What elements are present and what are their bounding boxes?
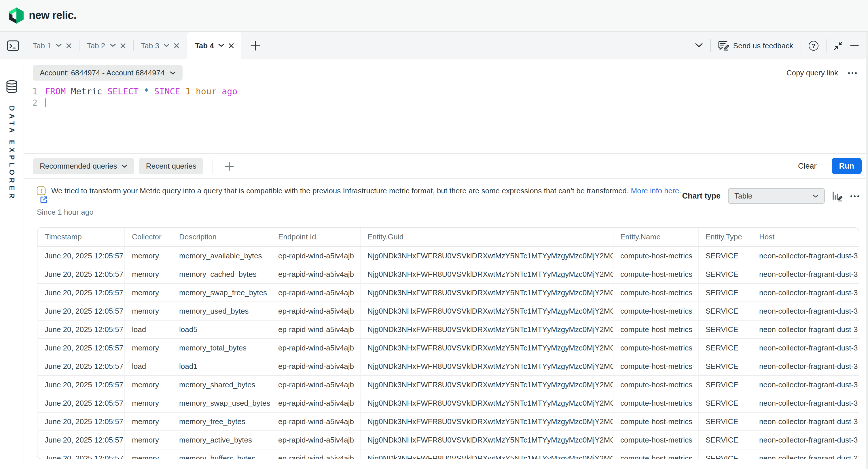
account-selector[interactable]: Account: 6844974 - Account 6844974 (33, 65, 183, 80)
table-row[interactable]: June 20, 2025 12:05:57 memory memory_swa… (38, 394, 859, 412)
chevron-down-icon[interactable] (110, 44, 116, 47)
tab-4-active[interactable]: Tab 4 (187, 32, 242, 59)
cell-collector: memory (125, 302, 172, 320)
editor-line-1: 1 FROM Metric SELECT * SINCE 1 hour ago (24, 86, 868, 97)
scrollbar-track[interactable] (866, 32, 868, 469)
cell-host: neon-collector-fragrant-dust-3 (752, 283, 859, 302)
cell-entity-name: compute-host-metrics (613, 320, 699, 338)
column-header[interactable]: Collector (125, 228, 172, 246)
run-button[interactable]: Run (832, 158, 862, 174)
cell-description: load1 (172, 357, 271, 375)
table-row[interactable]: June 20, 2025 12:05:57 memory memory_buf… (38, 449, 859, 459)
query-token: FROM (45, 86, 66, 97)
query-console-icon[interactable] (0, 32, 25, 59)
table-row[interactable]: June 20, 2025 12:05:57 memory memory_act… (38, 430, 859, 449)
column-header[interactable]: Timestamp (38, 228, 125, 246)
cell-description: memory_free_bytes (172, 412, 271, 430)
table-row[interactable]: June 20, 2025 12:05:57 memory memory_swa… (38, 283, 859, 302)
collapse-icon[interactable] (834, 41, 843, 50)
cell-host: neon-collector-fragrant-dust-3 (752, 430, 859, 449)
help-icon[interactable]: ? (809, 40, 818, 51)
cell-entity-type: SERVICE (699, 265, 752, 283)
table-row[interactable]: June 20, 2025 12:05:57 load load1 ep-rap… (38, 357, 859, 375)
column-header[interactable]: Entity.Type (699, 228, 752, 246)
chevron-down-icon[interactable] (219, 44, 224, 47)
cell-entity-guid: Njg0NDk3NHxFWFR8U0VSVklDRXwtMzY5NTc1MTYy… (360, 430, 613, 449)
column-header[interactable]: Entity.Name (613, 228, 699, 246)
new-relic-logo[interactable]: new relic. (9, 7, 76, 24)
close-icon[interactable] (120, 43, 125, 48)
cell-entity-name: compute-host-metrics (613, 412, 699, 430)
tab-1[interactable]: Tab 1 (25, 32, 79, 59)
cell-timestamp: June 20, 2025 12:05:57 (38, 265, 125, 283)
cell-collector: load (125, 357, 172, 375)
table-row[interactable]: June 20, 2025 12:05:57 memory memory_cac… (38, 265, 859, 283)
cell-collector: memory (125, 449, 172, 459)
warning-icon: ! (37, 187, 45, 195)
cell-collector: memory (125, 246, 172, 265)
recent-queries-button[interactable]: Recent queries (139, 158, 203, 174)
cell-entity-name: compute-host-metrics (613, 375, 699, 394)
tab-overflow-chevron-icon[interactable] (695, 43, 703, 48)
query-token (102, 86, 107, 97)
minimize-icon[interactable] (850, 44, 859, 46)
column-header[interactable]: Host (752, 228, 859, 246)
transform-warning: ! We tried to transform your Metric quer… (37, 186, 681, 217)
query-token: SELECT (107, 86, 138, 97)
clear-button[interactable]: Clear (798, 162, 817, 170)
table-row[interactable]: June 20, 2025 12:05:57 memory memory_fre… (38, 412, 859, 430)
chevron-down-icon[interactable] (164, 44, 169, 47)
chevron-down-icon (170, 71, 176, 74)
query-token: SINCE (154, 86, 180, 97)
close-icon[interactable] (229, 43, 234, 48)
nrql-editor[interactable]: 1 FROM Metric SELECT * SINCE 1 hour ago … (24, 80, 868, 153)
query-text: FROM Metric SELECT * SINCE 1 hour ago (45, 86, 237, 97)
more-options-icon[interactable] (850, 195, 859, 197)
table-row[interactable]: June 20, 2025 12:05:57 load load5 ep-rap… (38, 320, 859, 338)
brand-name: new relic. (29, 9, 76, 22)
column-header[interactable]: Entity.Guid (360, 228, 613, 246)
tab-2[interactable]: Tab 2 (80, 32, 133, 59)
column-header[interactable]: Endpoint Id (271, 228, 360, 246)
more-options-icon[interactable] (848, 72, 857, 74)
cell-collector: memory (125, 283, 172, 302)
cell-endpoint-id: ep-rapid-wind-a5iv4ajb (271, 265, 360, 283)
data-explorer-rail[interactable]: DATA EXPLORER (0, 59, 24, 469)
add-query-button[interactable] (222, 161, 236, 171)
cell-entity-name: compute-host-metrics (613, 302, 699, 320)
table-row[interactable]: June 20, 2025 12:05:57 memory memory_tot… (38, 338, 859, 357)
query-token (180, 86, 185, 97)
cell-description: memory_buffers_bytes (172, 449, 271, 459)
cell-entity-guid: Njg0NDk3NHxFWFR8U0VSVklDRXwtMzY5NTc1MTYy… (360, 338, 613, 357)
cell-entity-guid: Njg0NDk3NHxFWFR8U0VSVklDRXwtMzY5NTc1MTYy… (360, 449, 613, 459)
copy-query-link-button[interactable]: Copy query link (786, 68, 838, 77)
column-header[interactable]: Description (172, 228, 271, 246)
editor-line-2: 2 (24, 97, 868, 109)
close-icon[interactable] (174, 43, 179, 48)
cell-endpoint-id: ep-rapid-wind-a5iv4ajb (271, 375, 360, 394)
table-row[interactable]: June 20, 2025 12:05:57 memory memory_ava… (38, 246, 859, 265)
external-link-icon[interactable] (40, 196, 681, 204)
cell-host: neon-collector-fragrant-dust-3 (752, 320, 859, 338)
recommended-queries-button[interactable]: Recommended queries (33, 158, 134, 174)
cell-description: memory_active_bytes (172, 430, 271, 449)
table-row[interactable]: June 20, 2025 12:05:57 memory memory_sha… (38, 375, 859, 394)
cell-entity-guid: Njg0NDk3NHxFWFR8U0VSVklDRXwtMzY5NTc1MTYy… (360, 265, 613, 283)
more-info-link[interactable]: More info here. (631, 187, 681, 195)
cell-description: memory_cached_bytes (172, 265, 271, 283)
cell-entity-type: SERVICE (699, 449, 752, 459)
send-feedback-button[interactable]: Send us feedback (718, 40, 793, 51)
cell-entity-name: compute-host-metrics (613, 265, 699, 283)
cell-entity-guid: Njg0NDk3NHxFWFR8U0VSVklDRXwtMzY5NTc1MTYy… (360, 375, 613, 394)
chevron-down-icon[interactable] (56, 44, 62, 47)
query-token: ago (222, 86, 237, 97)
new-tab-button[interactable] (242, 32, 270, 59)
table-row[interactable]: June 20, 2025 12:05:57 memory memory_use… (38, 302, 859, 320)
cell-endpoint-id: ep-rapid-wind-a5iv4ajb (271, 394, 360, 412)
tab-3[interactable]: Tab 3 (133, 32, 187, 59)
edit-chart-icon[interactable] (832, 191, 843, 201)
cell-entity-guid: Njg0NDk3NHxFWFR8U0VSVklDRXwtMzY5NTc1MTYy… (360, 394, 613, 412)
close-icon[interactable] (66, 43, 71, 48)
chart-type-select[interactable]: Table (728, 188, 825, 204)
rail-label: DATA EXPLORER (8, 106, 16, 201)
